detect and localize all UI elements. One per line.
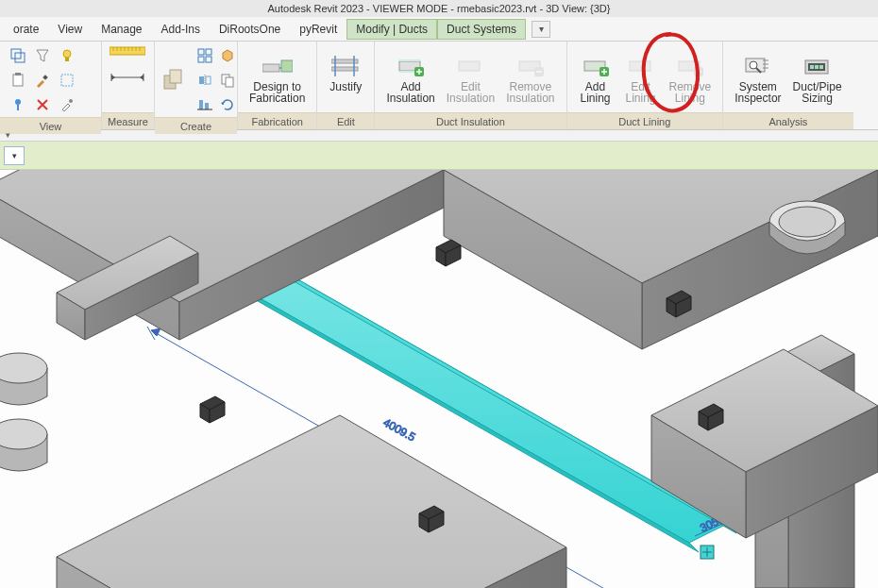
fabrication-l2: Fabrication — [249, 92, 305, 105]
ribbon: View Measure Create — [0, 42, 878, 130]
svg-rect-22 — [205, 103, 209, 109]
remove-lining-icon — [675, 53, 705, 79]
group-view: View — [0, 42, 102, 129]
group-lining: AddLining EditLining RemoveLining Duct L… — [567, 42, 724, 129]
add-lining-button[interactable]: AddLining — [573, 51, 618, 106]
svg-rect-45 — [815, 65, 819, 69]
3d-viewport[interactable]: 3050.5 4009.5 3050.5 — [0, 170, 878, 588]
group-create-label: Create — [155, 117, 237, 134]
svg-rect-44 — [810, 65, 814, 69]
type-selector-bar: ▾ — [0, 142, 878, 170]
svg-rect-46 — [819, 65, 823, 69]
svg-rect-5 — [15, 73, 21, 76]
group-analysis: SystemInspector Duct/PipeSizing Analysis — [723, 42, 853, 129]
paste-icon[interactable] — [8, 70, 28, 91]
menu-overflow-icon[interactable]: ▾ — [532, 21, 550, 38]
group-insulation: AddInsulation EditInsulation RemoveInsul… — [375, 42, 566, 129]
menu-collaborate[interactable]: orate — [4, 19, 48, 40]
filter-icon[interactable] — [32, 45, 53, 66]
group-measure: Measure — [102, 42, 155, 129]
menu-addins[interactable]: Add-Ins — [152, 19, 210, 40]
svg-point-60 — [779, 207, 836, 237]
title-bar: Autodesk Revit 2023 - VIEWER MODE - rmeb… — [0, 0, 878, 17]
copy-icon[interactable] — [217, 70, 238, 91]
delete-icon[interactable] — [32, 94, 53, 115]
justify-button[interactable]: Justify — [323, 51, 368, 106]
svg-rect-20 — [226, 77, 233, 87]
group-analysis-label: Analysis — [723, 112, 853, 129]
remove-insulation-button: RemoveInsulation — [500, 51, 560, 106]
remove-insulation-l2: Insulation — [506, 92, 554, 105]
sizing-l2: Sizing — [802, 92, 833, 105]
system-inspector-icon — [743, 53, 773, 79]
menu-view[interactable]: View — [48, 19, 92, 40]
edit-lining-icon — [626, 53, 656, 79]
svg-rect-3 — [65, 58, 69, 61]
edit-insulation-l2: Insulation — [447, 92, 495, 105]
system-inspector-button[interactable]: SystemInspector — [729, 51, 786, 106]
align-icon[interactable] — [194, 94, 215, 115]
svg-rect-12 — [170, 70, 181, 83]
justify-icon — [330, 53, 361, 79]
svg-rect-24 — [281, 60, 293, 72]
create-tools-grid — [193, 43, 238, 117]
edit-insulation-icon — [455, 53, 485, 79]
add-insulation-l2: Insulation — [386, 92, 434, 105]
svg-rect-6 — [42, 75, 48, 80]
create-assembly-button[interactable] — [160, 65, 193, 95]
group-fabrication: Design toFabrication Fabrication — [238, 42, 317, 129]
menu-dirootsone[interactable]: DiRootsOne — [210, 19, 290, 40]
design-to-fabrication-button[interactable]: Design toFabrication — [244, 51, 311, 106]
group-icon[interactable] — [217, 45, 238, 66]
brush-icon[interactable] — [32, 70, 53, 91]
ruler-icon[interactable] — [110, 43, 147, 66]
type-dropdown[interactable]: ▾ — [4, 146, 25, 165]
mirror-icon[interactable] — [194, 70, 215, 91]
group-edit: Justify Edit — [317, 42, 375, 129]
svg-point-41 — [750, 61, 757, 69]
system-inspector-l2: Inspector — [734, 92, 781, 105]
remove-lining-button: RemoveLining — [664, 51, 718, 106]
svg-rect-23 — [262, 64, 279, 72]
svg-point-9 — [69, 99, 73, 103]
svg-rect-37 — [630, 61, 650, 71]
svg-point-8 — [15, 99, 21, 105]
fabrication-icon — [262, 53, 293, 79]
edit-lining-button: EditLining — [618, 51, 664, 106]
lightbulb-icon[interactable] — [57, 45, 77, 66]
remove-insulation-icon — [515, 53, 546, 79]
add-lining-icon — [581, 53, 611, 79]
pin-icon[interactable] — [8, 94, 28, 115]
svg-rect-13 — [198, 49, 204, 55]
svg-rect-1 — [15, 53, 25, 62]
menu-duct-systems[interactable]: Duct Systems — [437, 19, 526, 40]
group-fabrication-label: Fabrication — [238, 112, 316, 129]
menu-modify-ducts[interactable]: Modify | Ducts — [346, 19, 437, 40]
dimension-icon[interactable] — [110, 70, 147, 92]
svg-rect-14 — [206, 49, 211, 55]
view-tools-grid — [6, 43, 79, 117]
highlight-icon[interactable] — [57, 70, 77, 91]
svg-rect-21 — [199, 100, 203, 109]
eyedrop-icon[interactable] — [57, 94, 77, 115]
add-insulation-button[interactable]: AddInsulation — [380, 51, 440, 106]
menu-manage[interactable]: Manage — [92, 19, 151, 40]
edit-lining-l2: Lining — [625, 92, 655, 105]
group-create: Create — [155, 42, 238, 129]
svg-rect-18 — [206, 76, 211, 84]
group-edit-label: Edit — [317, 112, 374, 129]
sizing-icon — [802, 53, 833, 79]
menu-pyrevit[interactable]: pyRevit — [290, 19, 346, 40]
rotate-icon[interactable] — [217, 94, 238, 115]
remove-lining-l2: Lining — [675, 92, 705, 105]
duct-pipe-sizing-button[interactable]: Duct/PipeSizing — [787, 51, 848, 106]
group-measure-label: Measure — [102, 112, 154, 129]
add-insulation-icon — [396, 53, 426, 79]
select-icon[interactable] — [8, 45, 28, 66]
svg-point-2 — [63, 50, 71, 58]
edit-insulation-button: EditInsulation — [441, 51, 500, 106]
add-lining-l2: Lining — [580, 92, 610, 105]
array-icon[interactable] — [194, 45, 215, 66]
group-lining-label: Duct Lining — [567, 112, 723, 129]
group-view-label: View — [0, 117, 101, 134]
